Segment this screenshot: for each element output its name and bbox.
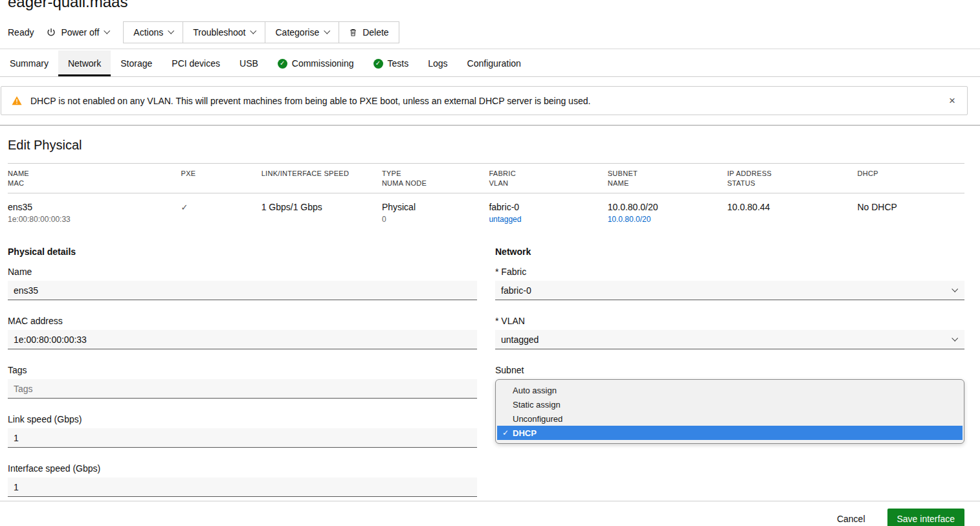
edit-physical-card: Edit Physical NAMEMAC PXE LINK/INTERFACE… xyxy=(0,125,980,526)
name-label: Name xyxy=(8,267,477,277)
header-divider xyxy=(0,49,980,49)
subnet-field-group: Subnet Auto assign Static assign Unconfi… xyxy=(495,365,964,444)
delete-button[interactable]: Delete xyxy=(339,22,398,43)
form-footer: Cancel Save interface xyxy=(0,501,980,526)
cancel-button[interactable]: Cancel xyxy=(834,510,868,526)
close-icon[interactable]: × xyxy=(948,95,957,106)
tags-field-group: Tags xyxy=(8,365,477,399)
table-header-row: NAMEMAC PXE LINK/INTERFACE SPEED TYPENUM… xyxy=(8,164,964,193)
mac-field-group: MAC address xyxy=(8,316,477,349)
subnet-link[interactable]: 10.0.80.0/20 xyxy=(608,215,722,224)
cell-subnet: 10.0.80.0/20 10.0.80.0/20 xyxy=(608,193,728,241)
tags-input[interactable] xyxy=(8,379,477,399)
machine-status: Ready xyxy=(8,27,34,38)
tab-storage[interactable]: Storage xyxy=(111,50,162,76)
fabric-field-group: * Fabric fabric-0 xyxy=(495,267,964,300)
link-speed-field-group: Link speed (Gbps) xyxy=(8,414,477,448)
categorise-label: Categorise xyxy=(275,27,319,38)
subnet-option-dhcp[interactable]: ✓ DHCP xyxy=(497,426,963,440)
table-row: ens35 1e:00:80:00:00:33 ✓ 1 Gbps/1 Gbps … xyxy=(8,193,964,241)
vlan-label: * VLAN xyxy=(495,316,964,326)
pxe-check-icon: ✓ xyxy=(181,203,188,212)
interface-speed-label: Interface speed (Gbps) xyxy=(8,463,477,474)
tab-configuration[interactable]: Configuration xyxy=(458,50,531,76)
edit-physical-title: Edit Physical xyxy=(8,138,964,153)
vlan-link[interactable]: untagged xyxy=(489,215,602,224)
subnet-option-auto-assign[interactable]: Auto assign xyxy=(497,383,963,397)
fabric-label: * Fabric xyxy=(495,267,964,277)
physical-details-column: Physical details Name MAC address Tags L… xyxy=(8,244,477,497)
col-header-pxe: PXE xyxy=(181,164,262,193)
troubleshoot-button[interactable]: Troubleshoot xyxy=(183,22,265,43)
action-row: Ready Power off Actions Troubleshoot Cat… xyxy=(8,21,972,44)
link-speed-label: Link speed (Gbps) xyxy=(8,414,477,424)
col-header-name-mac: NAMEMAC xyxy=(8,164,181,193)
tab-commissioning[interactable]: ✓ Commissioning xyxy=(268,50,364,76)
cell-speed: 1 Gbps/1 Gbps xyxy=(262,193,382,241)
col-header-type-numa: TYPENUMA NODE xyxy=(382,164,489,193)
edit-physical-form: Physical details Name MAC address Tags L… xyxy=(8,244,964,497)
interface-name: ens35 xyxy=(8,202,176,212)
physical-details-heading: Physical details xyxy=(8,247,477,257)
chevron-down-icon xyxy=(168,28,175,34)
cell-type-numa: Physical 0 xyxy=(382,193,489,241)
cell-name-mac: ens35 1e:00:80:00:00:33 xyxy=(8,193,181,241)
cell-dhcp: No DHCP xyxy=(857,193,964,241)
warning-icon xyxy=(12,96,22,105)
tab-network[interactable]: Network xyxy=(58,50,111,76)
save-interface-button[interactable]: Save interface xyxy=(887,509,965,526)
fabric-select[interactable]: fabric-0 xyxy=(495,281,964,300)
vlan-field-group: * VLAN untagged xyxy=(495,316,964,349)
tags-label: Tags xyxy=(8,365,477,375)
col-header-speed: LINK/INTERFACE SPEED xyxy=(262,164,382,193)
col-header-ip-status: IP ADDRESSSTATUS xyxy=(727,164,857,193)
interface-speed-input[interactable] xyxy=(8,477,477,497)
interface-speed-field-group: Interface speed (Gbps) xyxy=(8,463,477,497)
col-header-subnet-name: SUBNETNAME xyxy=(608,164,728,193)
name-field-group: Name xyxy=(8,267,477,300)
tab-tests[interactable]: ✓ Tests xyxy=(364,50,419,76)
tab-pci-devices[interactable]: PCI devices xyxy=(162,50,230,76)
machine-tabs: Summary Network Storage PCI devices USB … xyxy=(0,50,980,77)
tab-logs[interactable]: Logs xyxy=(418,50,457,76)
numa-node: 0 xyxy=(382,215,484,224)
chevron-down-icon xyxy=(324,28,330,34)
mac-input[interactable] xyxy=(8,330,477,349)
warning-message: DHCP is not enabled on any VLAN. This wi… xyxy=(30,96,590,106)
delete-label: Delete xyxy=(362,27,388,38)
trash-icon xyxy=(349,28,357,37)
tab-summary[interactable]: Summary xyxy=(0,50,58,76)
actions-button[interactable]: Actions xyxy=(124,22,183,43)
success-icon: ✓ xyxy=(278,59,287,69)
selected-check-icon: ✓ xyxy=(502,428,513,437)
interface-mac: 1e:00:80:00:00:33 xyxy=(8,215,176,224)
network-column: Network * Fabric fabric-0 * VLAN untagge… xyxy=(495,244,964,497)
col-header-fabric-vlan: FABRICVLAN xyxy=(489,164,607,193)
name-input[interactable] xyxy=(8,281,477,300)
page-header: eager-quail.maas Ready Power off Actions… xyxy=(0,0,980,44)
subnet-label: Subnet xyxy=(495,365,964,375)
tab-usb[interactable]: USB xyxy=(230,50,268,76)
chevron-down-icon xyxy=(952,334,958,341)
chevron-down-icon xyxy=(104,28,111,34)
cell-fabric-vlan: fabric-0 untagged xyxy=(489,193,607,241)
vlan-select[interactable]: untagged xyxy=(495,330,964,349)
categorise-button[interactable]: Categorise xyxy=(265,22,339,43)
subnet-option-static-assign[interactable]: Static assign xyxy=(497,397,963,411)
subnet-option-unconfigured[interactable]: Unconfigured xyxy=(497,411,963,426)
action-button-group: Actions Troubleshoot Categorise Delete xyxy=(123,21,399,43)
col-header-dhcp: DHCP xyxy=(857,164,964,193)
chevron-down-icon xyxy=(952,285,958,292)
cell-ip-status: 10.0.80.44 xyxy=(727,193,857,241)
subnet-dropdown-open: Auto assign Static assign Unconfigured ✓… xyxy=(495,379,964,444)
network-heading: Network xyxy=(495,247,964,257)
dhcp-warning-banner: DHCP is not enabled on any VLAN. This wi… xyxy=(1,86,968,115)
power-off-button[interactable]: Power off xyxy=(43,23,113,41)
cell-pxe: ✓ xyxy=(181,193,262,241)
troubleshoot-label: Troubleshoot xyxy=(193,27,245,38)
interface-table: NAMEMAC PXE LINK/INTERFACE SPEED TYPENUM… xyxy=(8,163,964,240)
machine-title: eager-quail.maas xyxy=(8,0,972,10)
link-speed-input[interactable] xyxy=(8,428,477,448)
mac-label: MAC address xyxy=(8,316,477,326)
chevron-down-icon xyxy=(251,28,257,34)
